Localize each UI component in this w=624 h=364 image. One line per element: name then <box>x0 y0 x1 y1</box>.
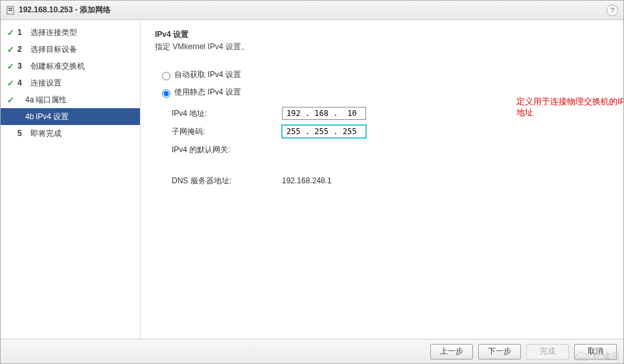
host-icon <box>6 6 15 15</box>
step-connection-type[interactable]: ✓ 1 选择连接类型 <box>1 24 140 41</box>
radio-static-input[interactable] <box>162 89 170 98</box>
annotation-text: 定义用于连接物理交换机的IP地址 <box>516 97 623 119</box>
radio-auto-ipv4[interactable]: 自动获取 IPv4 设置 <box>159 69 609 80</box>
cancel-button[interactable]: 取消 <box>574 344 617 359</box>
ipv4-address-label: IPv4 地址: <box>172 108 282 119</box>
radio-static-label: 使用静态 IPv4 设置 <box>174 87 241 98</box>
dns-server-value: 192.168.248.1 <box>282 176 332 185</box>
check-icon: ✓ <box>6 95 15 105</box>
next-button[interactable]: 下一步 <box>478 344 521 359</box>
radio-auto-label: 自动获取 IPv4 设置 <box>174 69 241 80</box>
check-icon: ✓ <box>6 62 15 71</box>
dialog-body: ✓ 1 选择连接类型 ✓ 2 选择目标设备 ✓ 3 创建标准交换机 ✓ 4 连接… <box>1 20 623 339</box>
radio-auto-input[interactable] <box>162 72 170 80</box>
titlebar: 192.168.10.253 - 添加网络 ? <box>1 1 623 20</box>
step-port-properties[interactable]: ✓ 4a 端口属性 <box>1 91 140 108</box>
finish-button: 完成 <box>526 344 569 359</box>
svg-rect-2 <box>8 10 12 11</box>
step-create-vswitch[interactable]: ✓ 3 创建标准交换机 <box>1 58 140 74</box>
dns-server-label: DNS 服务器地址: <box>172 176 282 187</box>
check-icon: ✓ <box>6 28 15 38</box>
check-icon: ✓ <box>6 45 15 54</box>
step-connection-settings[interactable]: ✓ 4 连接设置 <box>1 74 140 91</box>
wizard-content: IPv4 设置 指定 VMkernel IPv4 设置。 自动获取 IPv4 设… <box>141 20 623 339</box>
step-ipv4-settings[interactable]: 4b IPv4 设置 <box>1 108 140 125</box>
default-gateway-label: IPv4 的默认网关: <box>172 144 282 155</box>
subnet-mask-label: 子网掩码: <box>172 126 282 137</box>
dialog-footer: 上一步 下一步 完成 取消 <box>1 339 623 363</box>
wizard-sidebar: ✓ 1 选择连接类型 ✓ 2 选择目标设备 ✓ 3 创建标准交换机 ✓ 4 连接… <box>1 20 141 339</box>
svg-rect-1 <box>8 8 12 9</box>
back-button[interactable]: 上一步 <box>430 344 473 359</box>
panel-subheading: 指定 VMkernel IPv4 设置。 <box>155 41 609 52</box>
help-button[interactable]: ? <box>607 5 618 16</box>
subnet-mask-input[interactable] <box>282 125 366 138</box>
step-ready-to-complete[interactable]: 5 即将完成 <box>1 125 140 142</box>
check-icon: ✓ <box>6 78 15 88</box>
ipv4-address-input[interactable] <box>282 107 366 120</box>
dialog-title: 192.168.10.253 - 添加网络 <box>19 5 111 16</box>
step-target-device[interactable]: ✓ 2 选择目标设备 <box>1 41 140 58</box>
dialog-add-network: 192.168.10.253 - 添加网络 ? ✓ 1 选择连接类型 ✓ 2 选… <box>0 0 624 364</box>
panel-heading: IPv4 设置 <box>155 29 609 40</box>
